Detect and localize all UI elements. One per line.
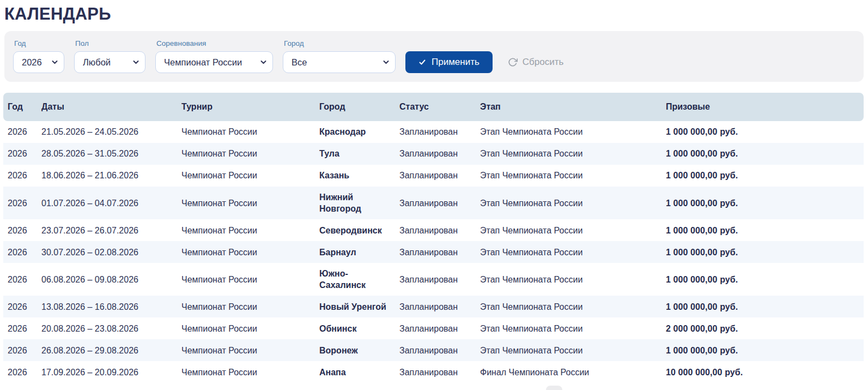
cell-dates: 21.05.2026 – 24.05.2026 <box>37 121 177 142</box>
cell-tournament: Чемпионат России <box>177 362 315 383</box>
table-row: 2026 06.08.2026 – 09.08.2026 Чемпионат Р… <box>3 263 864 296</box>
cell-dates: 20.08.2026 – 23.08.2026 <box>37 318 177 339</box>
page-title: КАЛЕНДАРЬ <box>4 4 868 24</box>
cell-city: Анапа <box>315 362 395 383</box>
cell-prize: 1 000 000,00 руб. <box>661 220 864 241</box>
cell-status: Запланирован <box>395 220 476 241</box>
reset-button-label: Сбросить <box>523 57 564 68</box>
cell-city: Казань <box>315 165 395 186</box>
col-header-status: Статус <box>395 101 476 112</box>
cell-stage: Этап Чемпионата России <box>476 318 661 339</box>
gender-filter-label: Пол <box>74 39 145 47</box>
cell-dates: 30.07.2026 – 02.08.2026 <box>37 242 177 263</box>
cell-status: Запланирован <box>395 193 476 214</box>
cell-dates: 26.08.2026 – 29.08.2026 <box>37 340 177 361</box>
cell-stage: Этап Чемпионата России <box>476 121 661 142</box>
cell-year: 2026 <box>3 296 37 317</box>
table-row: 2026 21.05.2026 – 24.05.2026 Чемпионат Р… <box>3 121 864 143</box>
competition-filter-label: Соревнования <box>155 39 273 47</box>
cell-tournament: Чемпионат России <box>177 269 315 290</box>
cell-tournament: Чемпионат России <box>177 143 315 164</box>
calendar-table: Год Даты Турнир Город Статус Этап Призов… <box>3 93 864 383</box>
cell-dates: 18.06.2026 – 21.06.2026 <box>37 165 177 186</box>
cell-year: 2026 <box>3 220 37 241</box>
cell-dates: 13.08.2026 – 16.08.2026 <box>37 296 177 317</box>
cell-year: 2026 <box>3 269 37 290</box>
cell-city: Обнинск <box>315 318 395 339</box>
cell-dates: 01.07.2026 – 04.07.2026 <box>37 193 177 214</box>
cell-stage: Этап Чемпионата России <box>476 193 661 214</box>
cell-prize: 1 000 000,00 руб. <box>661 121 864 142</box>
year-filter-label: Год <box>13 39 64 47</box>
filter-group-competition: Соревнования Чемпионат России <box>155 39 273 73</box>
apply-button[interactable]: Применить <box>405 51 493 73</box>
table-row: 2026 18.06.2026 – 21.06.2026 Чемпионат Р… <box>3 165 864 187</box>
cell-dates: 23.07.2026 – 26.07.2026 <box>37 220 177 241</box>
cell-city: Воронеж <box>315 340 395 361</box>
cell-city: Нижний Новгород <box>315 187 395 219</box>
city-select[interactable]: Все <box>283 51 396 73</box>
cell-prize: 1 000 000,00 руб. <box>661 242 864 263</box>
cell-city: Барнаул <box>315 242 395 263</box>
table-row: 2026 01.07.2026 – 04.07.2026 Чемпионат Р… <box>3 187 864 219</box>
cell-city: Краснодар <box>315 121 395 142</box>
table-row: 2026 23.07.2026 – 26.07.2026 Чемпионат Р… <box>3 219 864 241</box>
year-select-wrap: 2026 <box>13 51 64 73</box>
col-header-tournament: Турнир <box>177 101 315 112</box>
cell-tournament: Чемпионат России <box>177 318 315 339</box>
col-header-stage: Этап <box>476 101 661 112</box>
cell-prize: 1 000 000,00 руб. <box>661 165 864 186</box>
cell-year: 2026 <box>3 193 37 214</box>
year-select[interactable]: 2026 <box>13 51 64 73</box>
cell-prize: 1 000 000,00 руб. <box>661 269 864 290</box>
cell-tournament: Чемпионат России <box>177 340 315 361</box>
cell-prize: 2 000 000,00 руб. <box>661 318 864 339</box>
competition-select-wrap: Чемпионат России <box>155 51 273 73</box>
cell-prize: 1 000 000,00 руб. <box>661 193 864 214</box>
city-select-wrap: Все <box>283 51 396 73</box>
col-header-prize: Призовые <box>661 101 864 112</box>
filter-panel: Год 2026 Пол Любой Соревнования Чемпиона… <box>4 31 864 82</box>
table-row: 2026 20.08.2026 – 23.08.2026 Чемпионат Р… <box>3 317 864 339</box>
cell-city: Новый Уренгой <box>315 296 395 317</box>
cell-stage: Этап Чемпионата России <box>476 143 661 164</box>
cell-status: Запланирован <box>395 318 476 339</box>
cell-status: Запланирован <box>395 296 476 317</box>
reset-button[interactable]: Сбросить <box>508 51 564 73</box>
cell-prize: 10 000 000,00 руб. <box>661 362 864 383</box>
cell-prize: 1 000 000,00 руб. <box>661 296 864 317</box>
cell-status: Запланирован <box>395 362 476 383</box>
table-row: 2026 30.07.2026 – 02.08.2026 Чемпионат Р… <box>3 241 864 263</box>
table-row: 2026 28.05.2026 – 31.05.2026 Чемпионат Р… <box>3 143 864 165</box>
spinner-peek <box>546 386 562 390</box>
cell-dates: 17.09.2026 – 20.09.2026 <box>37 362 177 383</box>
filter-group-year: Год 2026 <box>13 39 64 73</box>
cell-status: Запланирован <box>395 121 476 142</box>
cell-tournament: Чемпионат России <box>177 242 315 263</box>
cell-city: Южно- Сахалинск <box>315 263 395 296</box>
gender-select[interactable]: Любой <box>74 51 145 73</box>
cell-tournament: Чемпионат России <box>177 220 315 241</box>
cell-stage: Этап Чемпионата России <box>476 269 661 290</box>
table-row: 2026 17.09.2026 – 20.09.2026 Чемпионат Р… <box>3 361 864 383</box>
cell-dates: 28.05.2026 – 31.05.2026 <box>37 143 177 164</box>
cell-tournament: Чемпионат России <box>177 296 315 317</box>
filter-group-gender: Пол Любой <box>74 39 145 73</box>
cell-stage: Этап Чемпионата России <box>476 165 661 186</box>
city-filter-label: Город <box>283 39 396 47</box>
cell-status: Запланирован <box>395 242 476 263</box>
cell-stage: Этап Чемпионата России <box>476 220 661 241</box>
filter-group-city: Город Все <box>283 39 396 73</box>
cell-year: 2026 <box>3 121 37 142</box>
cell-year: 2026 <box>3 242 37 263</box>
competition-select[interactable]: Чемпионат России <box>155 51 273 73</box>
cell-stage: Финал Чемпионата России <box>476 362 661 383</box>
cell-year: 2026 <box>3 318 37 339</box>
table-row: 2026 26.08.2026 – 29.08.2026 Чемпионат Р… <box>3 339 864 361</box>
cell-year: 2026 <box>3 362 37 383</box>
table-header-row: Год Даты Турнир Город Статус Этап Призов… <box>3 93 864 121</box>
col-header-dates: Даты <box>37 101 177 112</box>
reset-circular-arrow-icon <box>508 57 518 67</box>
table-row: 2026 13.08.2026 – 16.08.2026 Чемпионат Р… <box>3 296 864 317</box>
cell-status: Запланирован <box>395 165 476 186</box>
